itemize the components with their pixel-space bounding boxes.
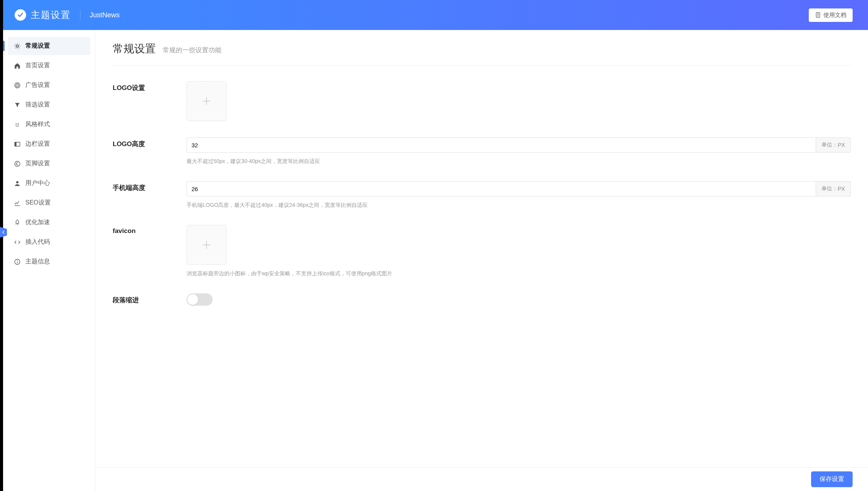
- copyright-icon: [14, 160, 21, 167]
- toggle-handle: [187, 294, 198, 305]
- main-content: 常规设置 常规的一些设置功能 LOGO设置 LOGO高度 单位：PX 最大不超过…: [95, 30, 868, 491]
- mobile-height-label: 手机端高度: [113, 181, 187, 209]
- svg-point-6: [17, 85, 18, 85]
- logo-height-label: LOGO高度: [113, 137, 187, 165]
- page-header: 常规设置 常规的一些设置功能: [113, 42, 851, 66]
- filter-icon: [14, 102, 21, 108]
- sidebar-item-9[interactable]: 优化加速: [8, 213, 90, 231]
- sidebar-item-label: 风格样式: [25, 120, 50, 128]
- info-icon: [14, 258, 21, 265]
- code-icon: [14, 239, 21, 246]
- sidebar-item-11[interactable]: 主题信息: [8, 253, 90, 271]
- docs-button-label: 使用文档: [823, 12, 846, 19]
- palette-icon: [14, 121, 21, 128]
- page-title: 常规设置: [113, 42, 156, 56]
- save-button[interactable]: 保存设置: [811, 471, 853, 487]
- sidebar-item-label: SEO设置: [25, 199, 51, 207]
- indent-label: 段落缩进: [113, 293, 187, 306]
- logo-height-help: 最大不超过50px，建议30-40px之间，宽度等比例自适应: [187, 158, 851, 165]
- plus-icon: [201, 239, 212, 251]
- sidebar-item-1[interactable]: 首页设置: [8, 57, 90, 75]
- sidebar-item-label: 页脚设置: [25, 160, 50, 168]
- chart-icon: [14, 200, 21, 206]
- sidebar-item-label: 主题信息: [25, 258, 50, 266]
- sidebar-item-label: 常规设置: [25, 42, 50, 50]
- form-row-indent: 段落缩进: [113, 293, 851, 306]
- sidebar-item-0[interactable]: 常规设置: [8, 37, 90, 55]
- form-row-mobile-height: 手机端高度 单位：PX 手机端LOGO高度，最大不超过40px，建议24-36p…: [113, 181, 851, 209]
- sidebar-icon: [14, 141, 21, 148]
- app-logo: [15, 9, 26, 21]
- footer-bar: 保存设置: [95, 467, 868, 491]
- sidebar-item-label: 用户中心: [25, 179, 50, 187]
- rocket-icon: [14, 219, 21, 226]
- sidebar-item-8[interactable]: SEO设置: [8, 194, 90, 212]
- svg-rect-10: [15, 142, 17, 146]
- svg-point-12: [16, 181, 18, 183]
- document-icon: [815, 12, 821, 18]
- app-title: 主题设置: [31, 9, 71, 21]
- sidebar-item-2[interactable]: 广告设置: [8, 76, 90, 94]
- mobile-height-help: 手机端LOGO高度，最大不超过40px，建议24-36px之间，宽度等比例自适应: [187, 202, 851, 209]
- logo-height-input[interactable]: [187, 137, 816, 153]
- svg-point-7: [16, 123, 17, 125]
- docs-button[interactable]: 使用文档: [809, 8, 853, 22]
- logo-upload-box[interactable]: [187, 81, 227, 121]
- favicon-label: favicon: [113, 225, 187, 277]
- sidebar-item-7[interactable]: 用户中心: [8, 174, 90, 192]
- mobile-height-input[interactable]: [187, 181, 816, 196]
- logo-height-unit: 单位：PX: [816, 137, 851, 153]
- sidebar-item-label: 插入代码: [25, 238, 50, 246]
- sidebar-item-label: 广告设置: [25, 81, 50, 89]
- gear-icon: [14, 43, 21, 50]
- mobile-height-unit: 单位：PX: [816, 181, 851, 196]
- home-icon: [14, 62, 21, 69]
- svg-point-11: [15, 161, 20, 166]
- svg-point-15: [17, 260, 18, 261]
- form-row-logo: LOGO设置: [113, 81, 851, 121]
- sidebar-item-6[interactable]: 页脚设置: [8, 155, 90, 173]
- check-icon: [17, 12, 24, 18]
- sidebar-item-3[interactable]: 筛选设置: [8, 96, 90, 114]
- form-row-favicon: favicon 浏览器标题旁边的小图标，由于wp安全策略，不支持上传ico格式，…: [113, 225, 851, 277]
- sidebar-item-label: 边栏设置: [25, 140, 50, 148]
- sidebar-item-label: 首页设置: [25, 62, 50, 70]
- app-subtitle: JustNews: [90, 11, 120, 19]
- sidebar-item-5[interactable]: 边栏设置: [8, 135, 90, 153]
- logo-label: LOGO设置: [113, 81, 187, 121]
- sidebar-item-label: 筛选设置: [25, 101, 50, 109]
- sidebar-item-label: 优化加速: [25, 218, 50, 226]
- page-subtitle: 常规的一些设置功能: [163, 46, 222, 55]
- svg-point-8: [18, 123, 19, 125]
- app-header: 主题设置 JustNews 使用文档: [3, 0, 868, 30]
- target-icon: [14, 82, 21, 89]
- indent-toggle[interactable]: [187, 293, 213, 306]
- header-divider: [80, 10, 80, 20]
- sidebar-item-10[interactable]: 插入代码: [8, 233, 90, 251]
- user-icon: [14, 180, 21, 187]
- form-row-logo-height: LOGO高度 单位：PX 最大不超过50px，建议30-40px之间，宽度等比例…: [113, 137, 851, 165]
- sidebar-item-4[interactable]: 风格样式: [8, 115, 90, 133]
- plus-icon: [201, 95, 212, 107]
- chevron-left-icon: [2, 230, 5, 234]
- sidebar: 常规设置首页设置广告设置筛选设置风格样式边栏设置页脚设置用户中心SEO设置优化加…: [3, 30, 95, 491]
- favicon-help: 浏览器标题旁边的小图标，由于wp安全策略，不支持上传ico格式，可使用png格式…: [187, 270, 851, 277]
- header-left: 主题设置 JustNews: [15, 9, 120, 21]
- favicon-upload-box[interactable]: [187, 225, 227, 265]
